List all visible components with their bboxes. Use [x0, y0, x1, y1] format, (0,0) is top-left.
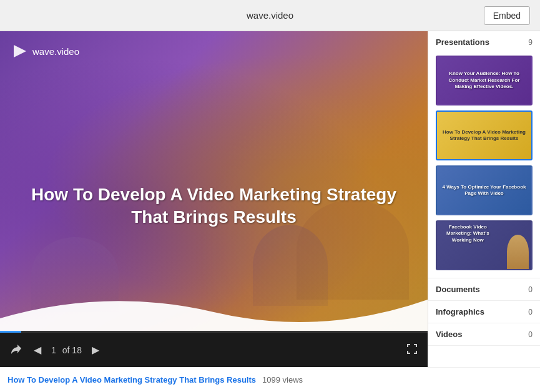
fullscreen-icon [406, 343, 418, 355]
documents-section: Documents 0 [428, 278, 540, 301]
prev-slide-button[interactable]: ◀ [34, 344, 41, 356]
videos-label: Videos [436, 330, 462, 339]
presentations-label: Presentations [436, 37, 489, 47]
progress-fill [0, 331, 21, 333]
thumb-2-text: How To Develop A Video Marketing Strateg… [441, 129, 528, 142]
thumbnail-item-1[interactable]: Know Your Audience: How To Conduct Marke… [436, 56, 533, 105]
slide-counter: 1 of 18 [51, 345, 82, 355]
sidebar: Presentations 9 Know Your Audience: How … [428, 31, 540, 367]
thumb-1-text: Know Your Audience: How To Conduct Marke… [441, 71, 528, 90]
thumbnail-item-3[interactable]: 4 Ways To Optimize Your Facebook Page Wi… [436, 165, 533, 215]
videos-count: 0 [528, 330, 533, 339]
videos-header[interactable]: Videos 0 [428, 323, 540, 345]
thumb-4-person [507, 235, 529, 269]
infographics-count: 0 [528, 308, 533, 316]
presentations-header[interactable]: Presentations 9 [428, 31, 540, 53]
video-panel: wave.video How To Develop A Video Market… [0, 31, 428, 367]
video-footer: How To Develop A Video Marketing Strateg… [0, 367, 540, 392]
thumb-4-text: Facebook Video Marketing: What's Working… [439, 224, 496, 243]
infographics-section: Infographics 0 [428, 301, 540, 323]
documents-header[interactable]: Documents 0 [428, 278, 540, 300]
video-main-title: How To Develop A Video Marketing Strateg… [0, 171, 428, 242]
video-area[interactable]: wave.video How To Develop A Video Market… [0, 31, 428, 331]
share-icon [10, 343, 24, 357]
header-bar: wave.video Embed [0, 0, 540, 31]
share-button[interactable] [10, 343, 24, 357]
presentations-section: Presentations 9 Know Your Audience: How … [428, 31, 540, 278]
documents-label: Documents [436, 285, 480, 294]
thumb-4-text-area: Facebook Video Marketing: What's Working… [439, 224, 496, 243]
presentations-count: 9 [528, 38, 533, 47]
documents-count: 0 [528, 285, 533, 294]
thumbnail-item-4[interactable]: Facebook Video Marketing: What's Working… [436, 220, 533, 270]
footer-title[interactable]: How To Develop A Video Marketing Strateg… [7, 375, 256, 385]
controls-bar: ◀ 1 of 18 ▶ [0, 333, 428, 367]
fullscreen-button[interactable] [406, 343, 418, 357]
footer-views: 1099 views [262, 375, 303, 385]
site-title: wave.video [247, 10, 293, 21]
infographics-header[interactable]: Infographics 0 [428, 301, 540, 323]
next-slide-button[interactable]: ▶ [92, 344, 99, 356]
slide-separator: of 18 [62, 345, 82, 355]
wave-shape [0, 281, 428, 331]
videos-section: Videos 0 [428, 323, 540, 346]
thumbnail-item-2[interactable]: How To Develop A Video Marketing Strateg… [436, 110, 533, 160]
thumb-3-text: 4 Ways To Optimize Your Facebook Page Wi… [441, 184, 528, 197]
infographics-label: Infographics [436, 307, 484, 316]
embed-button[interactable]: Embed [484, 6, 530, 25]
slide-current: 1 [51, 345, 56, 355]
thumbnail-list: Know Your Audience: How To Conduct Marke… [428, 53, 540, 278]
progress-strip[interactable] [0, 331, 428, 333]
